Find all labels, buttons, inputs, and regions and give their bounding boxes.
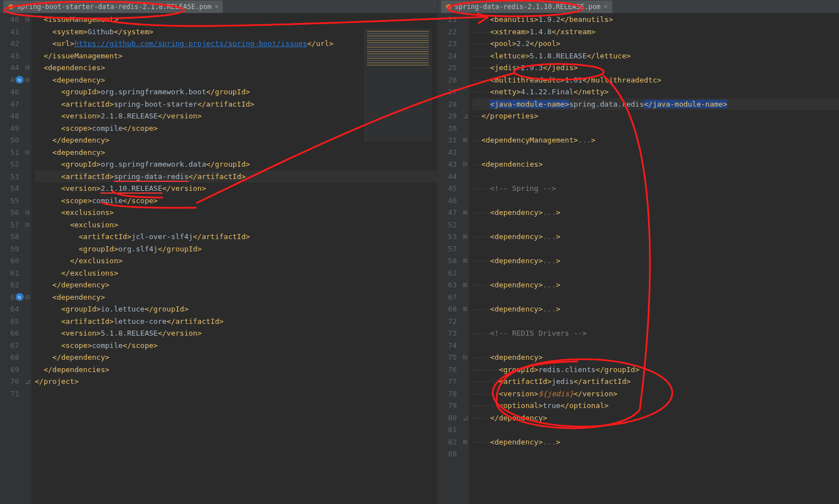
fold-toggle[interactable]: [24, 315, 31, 328]
fold-toggle[interactable]: [24, 50, 31, 62]
code-line[interactable]: —›—›<!-- Spring -->: [473, 182, 839, 195]
code-line[interactable]: —›—›<multithreadedtc>1.01</multithreaded…: [473, 74, 839, 86]
fold-toggle[interactable]: [461, 38, 469, 50]
fold-toggle[interactable]: [461, 195, 469, 207]
code-line[interactable]: —›—›<dependency>...>: [473, 231, 839, 243]
code-line[interactable]: —›—›<pool>2.2</pool>: [473, 38, 839, 50]
close-icon[interactable]: ×: [604, 3, 608, 10]
close-icon[interactable]: ×: [215, 3, 219, 10]
fold-toggle[interactable]: [461, 291, 469, 304]
code-line[interactable]: [473, 146, 839, 159]
fold-toggle[interactable]: [24, 231, 31, 243]
fold-toggle[interactable]: ⊞: [461, 436, 469, 448]
fold-toggle[interactable]: [461, 400, 469, 412]
code-line[interactable]: <artifactId>lettuce-core</artifactId>: [35, 315, 437, 328]
code-line[interactable]: —›—›<dependency>: [473, 351, 839, 364]
right-code-area[interactable]: —›—›<beanutils>1.9.2</beanutils>—›—›<xst…: [469, 13, 839, 504]
fold-toggle[interactable]: [461, 340, 469, 352]
code-line[interactable]: <version>2.1.10.RELEASE</version>: [35, 182, 437, 195]
fold-toggle[interactable]: [461, 182, 469, 195]
code-line[interactable]: —›—›</dependency>: [473, 412, 839, 424]
fold-toggle[interactable]: [461, 86, 469, 98]
code-line[interactable]: <groupId>io.lettuce</groupId>: [35, 303, 437, 315]
code-line[interactable]: [473, 267, 839, 280]
fold-toggle[interactable]: [24, 171, 31, 183]
fold-toggle[interactable]: [461, 388, 469, 400]
fold-toggle[interactable]: [24, 364, 31, 376]
fold-toggle[interactable]: [24, 279, 31, 291]
fold-toggle[interactable]: [461, 74, 469, 86]
fold-toggle[interactable]: [461, 62, 469, 74]
fold-toggle[interactable]: [24, 38, 31, 50]
code-line[interactable]: </dependency>: [35, 279, 437, 291]
fold-toggle[interactable]: [24, 26, 31, 38]
fold-toggle[interactable]: ⊿: [461, 110, 469, 122]
gutter-run-icon[interactable]: ↻: [16, 293, 24, 301]
fold-toggle[interactable]: [461, 364, 469, 376]
code-line[interactable]: —›—›<xstream>1.4.8</xstream>: [473, 26, 839, 38]
code-line[interactable]: <version>5.1.8.RELEASE</version>: [35, 327, 437, 340]
fold-toggle[interactable]: [24, 255, 31, 267]
fold-toggle[interactable]: ⊞: [461, 134, 469, 146]
gutter-run-icon[interactable]: ↻: [16, 76, 24, 84]
fold-toggle[interactable]: [461, 171, 469, 183]
code-line[interactable]: [473, 315, 839, 328]
code-line[interactable]: [473, 171, 839, 183]
fold-toggle[interactable]: [461, 375, 469, 388]
fold-toggle[interactable]: ⊟: [24, 146, 31, 159]
fold-toggle[interactable]: [24, 340, 31, 352]
fold-toggle[interactable]: [24, 351, 31, 364]
fold-toggle[interactable]: ⊿: [461, 412, 469, 424]
code-line[interactable]: <artifactId>jcl-over-slf4j</artifactId>: [35, 231, 437, 243]
code-line[interactable]: —›—›<jedis>2.9.3</jedis>: [473, 62, 839, 74]
fold-toggle[interactable]: [461, 98, 469, 111]
code-line[interactable]: [473, 424, 839, 436]
fold-toggle[interactable]: ⊟: [24, 219, 31, 231]
fold-toggle[interactable]: [24, 243, 31, 255]
fold-toggle[interactable]: [24, 134, 31, 146]
left-fold-column[interactable]: ⊟⊟⊟⊟⊟⊟⊟⊿: [24, 13, 31, 504]
fold-toggle[interactable]: [461, 327, 469, 340]
fold-toggle[interactable]: ⊟: [24, 207, 31, 219]
fold-toggle[interactable]: ⊟: [461, 158, 469, 171]
fold-toggle[interactable]: [461, 243, 469, 255]
code-line[interactable]: —›—›<dependency>...>: [473, 303, 839, 315]
fold-toggle[interactable]: [24, 110, 31, 122]
code-line[interactable]: [473, 340, 839, 352]
code-line[interactable]: <issueManagement>: [35, 13, 437, 26]
fold-toggle[interactable]: [461, 267, 469, 280]
fold-toggle[interactable]: [24, 158, 31, 171]
fold-toggle[interactable]: [461, 315, 469, 328]
code-line[interactable]: <exclusion>: [35, 219, 437, 231]
code-line[interactable]: <dependency>: [35, 291, 437, 304]
code-line[interactable]: —›—›<!-- REDIS Drivers -->: [473, 327, 839, 340]
code-line[interactable]: </dependency>: [35, 351, 437, 364]
code-line[interactable]: —›—›—›<optional>true</optional>: [473, 400, 839, 412]
fold-toggle[interactable]: [24, 182, 31, 195]
fold-toggle[interactable]: ⊟: [24, 13, 31, 26]
code-line[interactable]: —›—›<dependency>...>: [473, 279, 839, 291]
minimap[interactable]: [364, 29, 432, 141]
code-line[interactable]: </exclusion>: [35, 255, 437, 267]
fold-toggle[interactable]: [24, 122, 31, 135]
code-line[interactable]: —›—›<lettuce>5.1.8.RELEASE</lettuce>: [473, 50, 839, 62]
fold-toggle[interactable]: ⊟: [461, 351, 469, 364]
left-editor[interactable]: 4041424344454647484950515253545556575859…: [0, 13, 437, 504]
fold-toggle[interactable]: ⊟: [24, 74, 31, 86]
fold-toggle[interactable]: [24, 86, 31, 98]
fold-toggle[interactable]: [461, 219, 469, 231]
code-line[interactable]: </exclusions>: [35, 267, 437, 280]
fold-toggle[interactable]: ⊞: [461, 255, 469, 267]
fold-toggle[interactable]: ⊞: [461, 303, 469, 315]
code-line[interactable]: —›<dependencyManagement>...>: [473, 134, 839, 146]
fold-toggle[interactable]: ⊟: [24, 291, 31, 304]
code-line[interactable]: —›—›<beanutils>1.9.2</beanutils>: [473, 13, 839, 26]
code-line[interactable]: [473, 291, 839, 304]
code-line[interactable]: —›—›—›<groupId>redis.clients</groupId>: [473, 364, 839, 376]
code-line[interactable]: <groupId>org.slf4j</groupId>: [35, 243, 437, 255]
left-tab[interactable]: ⬢ spring-boot-starter-data-redis-2.1.8.R…: [3, 1, 223, 13]
fold-toggle[interactable]: [24, 303, 31, 315]
code-line[interactable]: <groupId>org.springframework.data</group…: [35, 158, 437, 171]
fold-toggle[interactable]: [24, 195, 31, 207]
right-fold-column[interactable]: ⊿⊞⊟⊞⊞⊞⊞⊞⊟⊿⊞: [461, 13, 469, 504]
